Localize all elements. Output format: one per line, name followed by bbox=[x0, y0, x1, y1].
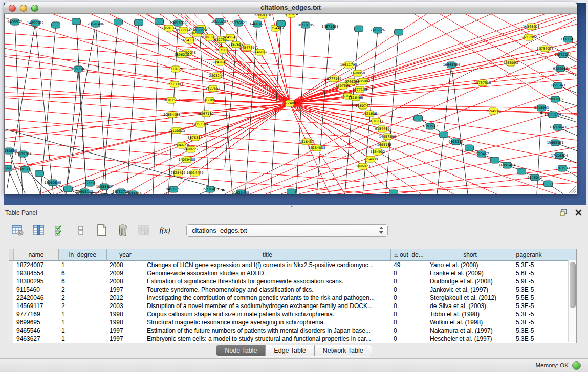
column-header-out_de[interactable]: △out_de... bbox=[391, 249, 427, 260]
network-node[interactable]: 1816468 bbox=[349, 95, 363, 101]
network-node[interactable]: 9242845 bbox=[213, 59, 228, 65]
network-node[interactable] bbox=[52, 22, 60, 28]
network-node[interactable]: 9675685 bbox=[216, 47, 231, 53]
network-node[interactable]: 12217987 bbox=[520, 34, 537, 40]
column-header-year[interactable]: year bbox=[107, 249, 144, 260]
network-node[interactable] bbox=[414, 115, 423, 121]
table-cell[interactable]: 9465546 bbox=[13, 326, 58, 335]
table-cell[interactable]: 1 bbox=[58, 318, 106, 326]
tab-network-table[interactable]: Network Table bbox=[315, 345, 372, 356]
table-cell[interactable]: 6 bbox=[58, 277, 106, 286]
table-cell[interactable]: 0 bbox=[390, 318, 427, 326]
tab-node-table[interactable]: Node Table bbox=[216, 345, 266, 356]
network-node[interactable]: 10654985 bbox=[163, 112, 180, 118]
network-node[interactable]: 10923449 bbox=[124, 191, 141, 194]
network-node[interactable]: 15939314 bbox=[14, 151, 31, 157]
column-header-name[interactable]: name bbox=[14, 249, 59, 260]
table-cell[interactable]: Structural magnetic resonance image aver… bbox=[144, 318, 390, 326]
network-node[interactable]: 14671355 bbox=[321, 24, 338, 30]
network-node[interactable]: 7515526 bbox=[371, 27, 385, 33]
network-node[interactable]: 8912954 bbox=[176, 27, 191, 33]
network-node[interactable] bbox=[114, 19, 123, 25]
network-node[interactable] bbox=[64, 186, 73, 192]
network-node[interactable]: 19611793 bbox=[340, 62, 357, 68]
table-cell[interactable]: 0 bbox=[390, 310, 427, 318]
table-cell[interactable]: 1997 bbox=[106, 286, 144, 294]
column-header-in_degree[interactable]: in_degree bbox=[59, 249, 107, 260]
table-cell[interactable]: 18300295 bbox=[13, 277, 58, 286]
network-node[interactable]: 10958187 bbox=[96, 184, 113, 190]
network-node[interactable]: 18060898 bbox=[44, 180, 61, 186]
network-node[interactable] bbox=[355, 26, 363, 32]
table-cell[interactable]: 9699695 bbox=[13, 318, 58, 326]
table-cell[interactable]: Jankovic et al. (1997) bbox=[427, 286, 513, 294]
table-cell[interactable]: 6 bbox=[58, 269, 106, 277]
network-node[interactable] bbox=[155, 18, 164, 25]
network-node[interactable]: 1616217 bbox=[369, 118, 384, 124]
network-node[interactable] bbox=[135, 19, 143, 26]
table-cell[interactable]: Embryonic stem cells: a model to study s… bbox=[144, 335, 390, 343]
network-node[interactable]: 14039488 bbox=[178, 157, 195, 163]
network-table-selector[interactable]: citations_edges.txt bbox=[186, 224, 388, 237]
network-node[interactable]: 1321606 bbox=[362, 111, 377, 117]
table-cell[interactable]: Tourette syndrome. Phenomenology and cla… bbox=[144, 286, 390, 294]
network-node[interactable]: 19734093 bbox=[536, 46, 553, 52]
new-table-button[interactable] bbox=[95, 224, 108, 237]
table-cell[interactable]: 5.3E-5 bbox=[513, 318, 545, 326]
table-cell[interactable]: 2 bbox=[58, 286, 106, 294]
network-node[interactable]: 7485083 bbox=[356, 78, 371, 84]
network-node[interactable]: 8427552 bbox=[206, 85, 221, 92]
table-cell[interactable]: 22420046 bbox=[13, 294, 58, 302]
network-node[interactable] bbox=[395, 29, 403, 35]
network-node[interactable] bbox=[517, 168, 526, 174]
network-node[interactable] bbox=[440, 132, 448, 138]
table-cell[interactable]: 1998 bbox=[106, 310, 144, 318]
table-cell[interactable]: 2008 bbox=[106, 277, 144, 286]
network-node[interactable]: 8215953 bbox=[534, 105, 549, 111]
network-node[interactable]: 6466161 bbox=[250, 21, 265, 27]
table-cell[interactable]: 18724007 bbox=[13, 261, 58, 269]
network-node[interactable]: 9154469 bbox=[375, 126, 390, 132]
table-cell[interactable]: 1998 bbox=[106, 318, 144, 326]
network-node[interactable] bbox=[389, 190, 398, 194]
network-node[interactable]: 20153346 bbox=[70, 66, 86, 72]
network-node[interactable]: 16914479 bbox=[186, 170, 203, 176]
table-cell[interactable]: Yano et al. (2008) bbox=[427, 261, 513, 269]
table-cell[interactable]: 2 bbox=[58, 294, 106, 302]
table-settings-button[interactable] bbox=[11, 224, 25, 237]
network-node[interactable]: 9777169 bbox=[327, 76, 342, 82]
table-cell[interactable]: Franke et al. (2009) bbox=[427, 269, 513, 277]
network-node[interactable] bbox=[287, 189, 296, 194]
table-row[interactable]: 946554611997Estimation of the future num… bbox=[9, 326, 576, 335]
table-cell[interactable]: 2012 bbox=[106, 294, 144, 302]
table-cell[interactable]: de Silva et al. (2003) bbox=[427, 302, 513, 310]
function-builder-button[interactable]: f(x) bbox=[158, 224, 171, 237]
table-cell[interactable]: Investigating the contribution of common… bbox=[144, 294, 390, 302]
network-node[interactable]: 1594935 bbox=[486, 108, 501, 114]
network-node[interactable]: 12444154 bbox=[544, 112, 561, 118]
column-header-pagerank[interactable]: pagerank bbox=[513, 249, 545, 260]
network-node[interactable]: 6791977 bbox=[423, 123, 438, 129]
table-cell[interactable]: 2 bbox=[58, 302, 106, 310]
network-node[interactable]: 2718126 bbox=[168, 66, 183, 72]
table-cell[interactable]: 5.3E-5 bbox=[513, 310, 545, 318]
table-scrollbar[interactable] bbox=[568, 260, 576, 342]
table-cell[interactable]: Wolkin et al. (1998) bbox=[427, 318, 513, 326]
network-node[interactable]: 1167533 bbox=[555, 165, 570, 171]
table-cell[interactable]: 1997 bbox=[106, 335, 144, 343]
network-node[interactable]: 15184083 bbox=[308, 145, 325, 151]
table-cell[interactable]: 5.9E-5 bbox=[513, 277, 545, 286]
network-node[interactable]: 17016504 bbox=[551, 152, 568, 159]
table-cell[interactable]: 0 bbox=[390, 335, 427, 343]
network-node[interactable]: 15905188 bbox=[76, 189, 93, 194]
column-header-title[interactable]: title bbox=[144, 249, 391, 260]
table-cell[interactable]: 5.6E-5 bbox=[513, 269, 545, 277]
resize-grip[interactable] bbox=[569, 186, 576, 193]
network-node[interactable]: 8267130 bbox=[199, 111, 214, 117]
table-cell[interactable]: Dudbridge et al. (2008) bbox=[427, 277, 513, 286]
table-cell[interactable]: 0 bbox=[390, 286, 427, 294]
table-row[interactable]: 2242004622012Investigating the contribut… bbox=[9, 294, 576, 302]
table-cell[interactable]: Corpus callosum shape and size in male p… bbox=[144, 310, 390, 318]
column-header-short[interactable]: short bbox=[427, 249, 513, 260]
network-node[interactable] bbox=[465, 145, 474, 151]
